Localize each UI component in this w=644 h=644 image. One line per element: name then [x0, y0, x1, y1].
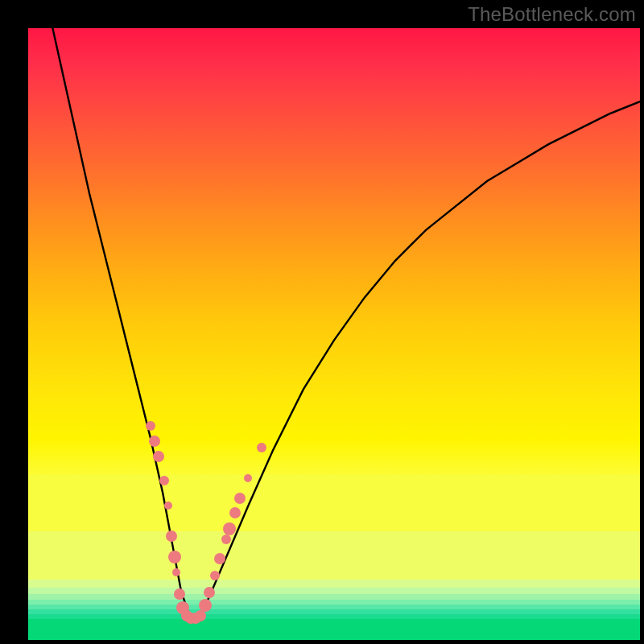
data-point	[234, 493, 246, 504]
data-point	[168, 551, 181, 564]
watermark-text: TheBottleneck.com	[468, 3, 636, 26]
data-point	[164, 502, 172, 510]
curve-svg	[28, 28, 640, 640]
data-point	[229, 507, 241, 518]
data-point	[223, 522, 236, 535]
data-point	[199, 599, 212, 612]
data-point	[257, 443, 266, 452]
plot-area	[28, 28, 640, 640]
data-point	[149, 436, 160, 447]
bottleneck-curve	[52, 28, 640, 618]
data-point	[159, 476, 169, 485]
data-point	[210, 571, 220, 580]
data-point	[174, 588, 185, 600]
data-point	[146, 421, 155, 431]
data-point	[244, 474, 252, 482]
data-point	[153, 451, 164, 462]
data-point	[166, 530, 177, 542]
data-point	[172, 568, 180, 576]
data-point	[214, 553, 225, 564]
data-point	[221, 535, 231, 544]
chart-frame: TheBottleneck.com	[0, 0, 644, 644]
data-point	[204, 587, 215, 598]
